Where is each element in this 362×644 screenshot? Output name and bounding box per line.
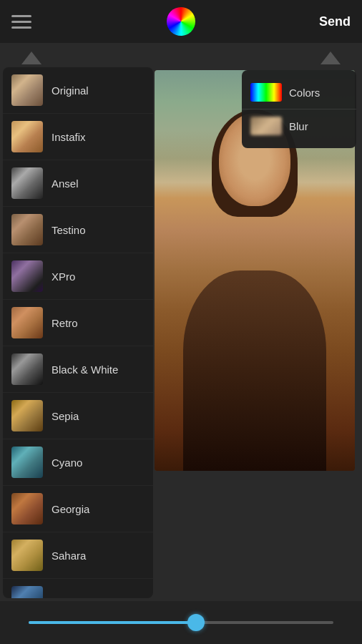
send-button[interactable]: Send — [319, 14, 351, 29]
filter-thumb-hdr — [11, 586, 43, 598]
image-area: Colors Blur — [153, 64, 362, 601]
colors-label: Colors — [289, 87, 320, 99]
filter-name-testino: Testino — [52, 224, 86, 236]
filter-item-hdr[interactable]: HDR — [3, 579, 153, 598]
right-arrow-icon — [321, 52, 341, 64]
blur-label: Blur — [289, 120, 308, 132]
filter-thumb-testino — [11, 214, 43, 245]
app-header: Send — [0, 0, 362, 43]
slider-fill — [29, 621, 196, 624]
filter-item-cyano[interactable]: Cyano — [3, 439, 153, 486]
filter-thumb-sepia — [11, 400, 43, 431]
filter-thumb-retro — [11, 307, 43, 338]
filter-name-sahara: Sahara — [52, 550, 86, 562]
filter-thumb-georgia — [11, 493, 43, 525]
colors-thumbnail — [250, 83, 282, 102]
filter-item-ansel[interactable]: Ansel — [3, 160, 153, 207]
filter-name-xpro: XPro — [52, 270, 75, 283]
main-area: OriginalInstafixAnselTestinoXProRetroBla… — [0, 64, 362, 601]
filter-name-original: Original — [52, 84, 89, 97]
filters-panel: OriginalInstafixAnselTestinoXProRetroBla… — [3, 67, 153, 598]
filter-thumb-ansel — [11, 167, 43, 199]
effect-blur[interactable]: Blur — [242, 109, 356, 142]
color-wheel-icon[interactable] — [167, 7, 195, 36]
slider-track[interactable] — [29, 621, 333, 624]
filter-thumb-original — [11, 74, 43, 106]
filter-thumb-instafix — [11, 121, 43, 152]
blur-thumbnail — [250, 117, 282, 135]
filter-thumb-xpro — [11, 260, 43, 292]
filter-item-retro[interactable]: Retro — [3, 300, 153, 346]
painting-body — [183, 270, 326, 471]
menu-button[interactable] — [11, 15, 31, 29]
filter-name-hdr: HDR — [52, 596, 75, 599]
filter-item-testino[interactable]: Testino — [3, 207, 153, 253]
filter-item-sahara[interactable]: Sahara — [3, 532, 153, 579]
filter-item-xpro[interactable]: XPro — [3, 253, 153, 300]
slider-thumb[interactable] — [187, 614, 205, 631]
filter-thumb-sahara — [11, 540, 43, 571]
filter-thumb-cyano — [11, 447, 43, 478]
filter-thumb-black-white — [11, 353, 43, 385]
filter-name-retro: Retro — [52, 317, 78, 329]
effect-colors[interactable]: Colors — [242, 76, 356, 109]
left-arrow-icon — [21, 52, 41, 64]
filter-name-black-white: Black & White — [52, 364, 118, 376]
filter-item-sepia[interactable]: Sepia — [3, 393, 153, 439]
filter-item-black-white[interactable]: Black & White — [3, 346, 153, 393]
filter-item-georgia[interactable]: Georgia — [3, 486, 153, 532]
effects-panel: Colors Blur — [242, 70, 356, 148]
filter-item-instafix[interactable]: Instafix — [3, 114, 153, 160]
filter-name-georgia: Georgia — [52, 503, 89, 515]
slider-area — [0, 601, 362, 644]
filter-name-ansel: Ansel — [52, 177, 79, 190]
filter-name-sepia: Sepia — [52, 410, 79, 422]
filter-name-cyano: Cyano — [52, 457, 82, 469]
filter-item-original[interactable]: Original — [3, 67, 153, 114]
filter-name-instafix: Instafix — [52, 131, 86, 143]
arrows-row — [0, 43, 362, 64]
